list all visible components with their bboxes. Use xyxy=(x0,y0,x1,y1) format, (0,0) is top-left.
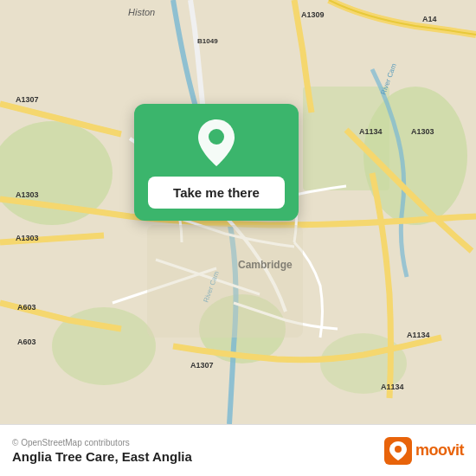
svg-text:Histon: Histon xyxy=(128,7,155,17)
map-pin-icon xyxy=(193,119,240,166)
svg-text:A1134: A1134 xyxy=(381,383,404,391)
svg-text:A603: A603 xyxy=(17,303,36,312)
svg-text:A1134: A1134 xyxy=(359,127,383,136)
svg-text:A1307: A1307 xyxy=(190,361,214,370)
location-title: Anglia Tree Care, East Anglia xyxy=(12,449,192,464)
svg-text:A1303: A1303 xyxy=(16,234,39,242)
svg-text:A1134: A1134 xyxy=(407,331,430,339)
footer-bar: © OpenStreetMap contributors Anglia Tree… xyxy=(0,424,476,476)
map-attribution: © OpenStreetMap contributors xyxy=(12,438,192,447)
moovit-logo: moovit xyxy=(384,437,464,465)
take-me-there-button[interactable]: Take me there xyxy=(148,177,285,209)
svg-rect-25 xyxy=(147,225,303,338)
footer-info: © OpenStreetMap contributors Anglia Tree… xyxy=(12,438,192,464)
svg-text:A1309: A1309 xyxy=(301,10,325,19)
svg-text:A1303: A1303 xyxy=(411,127,434,136)
map-container: A14 A1309 B1049 A1307 A1303 A1303 A1303 … xyxy=(0,0,476,424)
svg-rect-4 xyxy=(303,87,389,190)
svg-text:A603: A603 xyxy=(17,338,36,346)
svg-text:B1049: B1049 xyxy=(197,37,218,45)
svg-point-26 xyxy=(209,129,224,145)
svg-text:A1303: A1303 xyxy=(16,190,39,199)
location-card: Take me there xyxy=(134,104,299,221)
svg-text:A1307: A1307 xyxy=(16,95,39,104)
moovit-brand-text: moovit xyxy=(415,441,464,460)
svg-text:A14: A14 xyxy=(422,15,437,23)
svg-point-28 xyxy=(395,446,402,453)
